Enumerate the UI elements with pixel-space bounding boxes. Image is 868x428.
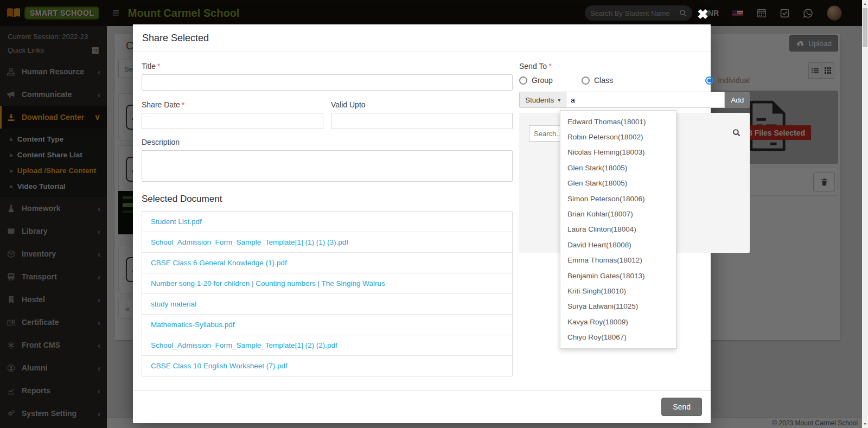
student-suggestion[interactable]: Edward Thomas(18001) xyxy=(560,114,676,129)
caret-down-icon: ▾ xyxy=(558,97,560,103)
students-dropdown-button[interactable]: Students ▾ xyxy=(519,92,566,108)
student-suggestion[interactable]: Kavya Roy(18009) xyxy=(560,314,676,329)
document-link[interactable]: study material xyxy=(142,294,512,315)
send-to-label: Send To xyxy=(519,62,547,71)
student-suggestion[interactable]: Kriti Singh(18010) xyxy=(560,283,676,298)
send-button[interactable]: Send xyxy=(661,398,702,416)
student-suggestion[interactable]: Laura Clinton(18004) xyxy=(560,222,676,237)
radio-circle-icon xyxy=(519,76,527,85)
student-suggestion[interactable]: Nicolas Fleming(18003) xyxy=(560,145,676,160)
description-label: Description xyxy=(142,138,180,146)
document-link[interactable]: CBSE Class 6 General Knowledge (1).pdf xyxy=(142,253,512,273)
student-suggestion[interactable]: Robin Peterson(18002) xyxy=(560,129,676,144)
modal-body: Title* Share Date* Valid Upto xyxy=(133,52,711,390)
student-suggestion[interactable]: Glen Stark(18005) xyxy=(560,176,676,191)
modal-footer: Send xyxy=(133,390,711,423)
student-suggestion[interactable]: Brian Kohlar(18007) xyxy=(560,206,676,221)
student-suggestion[interactable]: Surya Lalwani(11025) xyxy=(560,299,676,314)
document-link[interactable]: School_Admission_Form_Sample_Template[1]… xyxy=(142,335,512,356)
valid-upto-input[interactable] xyxy=(331,113,513,129)
selected-document-list: Student List.pdf School_Admission_Form_S… xyxy=(142,211,513,376)
radio-group[interactable]: Group xyxy=(519,76,582,85)
required-marker: * xyxy=(548,62,551,71)
scroll-down-icon[interactable]: ▾ xyxy=(862,421,868,426)
document-link[interactable]: CBSE Class 10 English Worksheet (7).pdf xyxy=(142,356,512,376)
title-label: Title xyxy=(142,62,156,71)
selected-document-heading: Selected Document xyxy=(142,194,513,205)
student-suggestion[interactable]: Emma Thomas(18012) xyxy=(560,253,676,268)
share-date-input[interactable] xyxy=(142,113,323,129)
document-link[interactable]: Student List.pdf xyxy=(142,212,512,232)
document-link[interactable]: Number song 1-20 for children | Counting… xyxy=(142,273,512,294)
valid-upto-label: Valid Upto xyxy=(331,100,366,109)
student-suggestion[interactable]: Glen Stark(18005) xyxy=(560,160,676,175)
share-selected-modal: Share Selected Title* Share Date* Valid … xyxy=(133,24,711,423)
radio-individual[interactable]: Individual xyxy=(705,76,750,85)
scrollbar[interactable]: ▴ ▾ xyxy=(862,0,868,428)
student-suggestion[interactable]: Simon Peterson(18006) xyxy=(560,191,676,206)
description-textarea[interactable] xyxy=(142,150,513,182)
share-date-label: Share Date xyxy=(142,100,180,109)
document-link[interactable]: Mathematics-Syllabus.pdf xyxy=(142,315,512,335)
required-marker: * xyxy=(182,100,184,109)
required-marker: * xyxy=(157,62,160,71)
radio-class[interactable]: Class xyxy=(582,76,644,85)
student-suggestion[interactable]: David Heart(18008) xyxy=(560,237,676,252)
document-link[interactable]: School_Admission_Form_Sample_Template[1]… xyxy=(142,232,512,253)
scrollbar-thumb[interactable] xyxy=(863,8,867,47)
student-suggestion[interactable]: Chiyo Roy(18067) xyxy=(560,330,676,345)
title-input[interactable] xyxy=(142,74,513,91)
add-button[interactable]: Add xyxy=(725,92,750,108)
close-icon[interactable]: ✖ xyxy=(697,8,709,21)
radio-circle-icon xyxy=(582,76,590,85)
student-query-input[interactable] xyxy=(566,92,725,108)
radio-selected-icon xyxy=(705,76,713,85)
student-suggestion[interactable]: Benjamin Gates(18013) xyxy=(560,268,676,283)
modal-title: Share Selected xyxy=(133,24,711,52)
send-to-radio-group: Group Class Individual xyxy=(519,76,750,85)
scroll-up-icon[interactable]: ▴ xyxy=(862,1,868,6)
student-suggestions-dropdown: Edward Thomas(18001) Robin Peterson(1800… xyxy=(560,110,676,349)
search-icon[interactable] xyxy=(732,129,741,139)
student-add-group: Students ▾ Add xyxy=(519,92,750,108)
